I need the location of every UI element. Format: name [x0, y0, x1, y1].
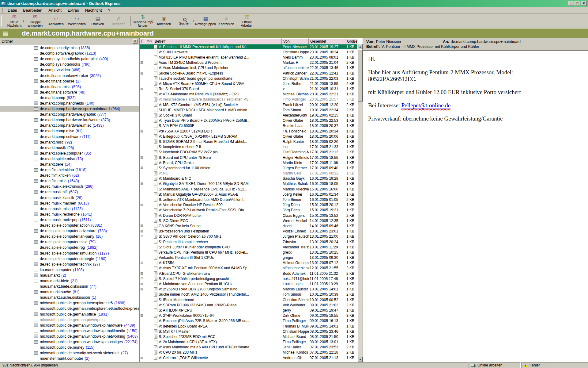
message-row[interactable]: S: iBook MotherboardChristian Schmitz10.…: [140, 297, 357, 302]
sidebar-item-newsgroup[interactable]: microsoft.public.de.german.windowsxp.net…: [0, 334, 139, 339]
sidebar-item-newsgroup[interactable]: maus.markt(2): [0, 273, 139, 278]
sidebar-item-newsgroup[interactable]: de.rec.musik.hifi(587): [0, 189, 139, 195]
sidebar-item-newsgroup[interactable]: de.markt.spiele.computer(85): [0, 151, 139, 156]
sidebar-item-newsgroup[interactable]: de.rec.spiele.computer.technik(27): [0, 262, 139, 267]
sidebar-item-newsgroup[interactable]: de.comp.security.misc(1835): [0, 45, 139, 51]
attachment-column-header[interactable]: [140, 38, 145, 44]
sidebar-item-newsgroup[interactable]: ka.markt.computer(1103): [0, 267, 139, 273]
sidebar-item-newsgroup[interactable]: de.rec.spiele.computer.adventure(738): [0, 228, 139, 234]
sidebar-item-newsgroup[interactable]: de.rec.musik.machen(6613): [0, 201, 139, 206]
chevron-down-icon[interactable]: ▼: [151, 19, 153, 23]
sidebar-item-newsgroup[interactable]: maus.markt.biete.diskussion(77): [0, 284, 139, 289]
message-row[interactable]: S: Speicher 2*32MB EDO mit ECCMichael Br…: [140, 334, 357, 339]
adressen-button[interactable]: ▣Adressen: [153, 14, 174, 28]
menu-item-bearbeiten[interactable]: Bearbeiten: [20, 7, 45, 13]
message-row[interactable]: V:K7S5A XP 2200+ 512MB DDRTh. Hönscheid1…: [140, 128, 357, 134]
message-row[interactable]: V:Board,CPU, Grafikkarten uswBodo Adamek…: [140, 271, 357, 276]
message-row[interactable]: S: Pentium III komplet rechnerZdravko13.…: [140, 239, 357, 244]
vertical-scrollbar[interactable]: ▲ ▼: [357, 44, 363, 362]
weiterleiten-button[interactable]: ↪Weiterleiten: [66, 14, 87, 28]
menu-item-ansicht[interactable]: Ansicht: [45, 7, 65, 13]
menu-grip[interactable]: [2, 8, 3, 13]
message-row[interactable]: S: 512MB SDRAM 2-5 mal Raum Frankfurt /M…: [140, 139, 357, 144]
message-row[interactable]: V: Mainboard & NICSascha Gayk16.01.2005 …: [140, 176, 357, 181]
message-row[interactable]: V: Verschenke Drucker HP Deskjet 600Jörg…: [140, 202, 357, 208]
message-row[interactable]: B:Prozessoren und FestplattenPolizei Ein…: [140, 229, 357, 234]
message-row[interactable]: V: Asus TX97-XE mit Pentium 200MMX und 6…: [140, 266, 357, 271]
sidebar-item-newsgroup[interactable]: de.markt.comp.hardware.misc(1433): [0, 123, 139, 128]
message-row[interactable]: S: Slot1 Lüfter / Kühler oder komplette …: [140, 244, 357, 250]
message-row[interactable]: Suche Sockel-A Board mit PCI-ExpressPatr…: [140, 71, 357, 76]
sidebar-item-newsgroup[interactable]: de.markt.comp.hardware.cpu+mainboard(964…: [0, 106, 139, 112]
email-link[interactable]: Pellepet@t-online.de: [401, 102, 450, 109]
message-row[interactable]: V: NCMartin Geis17.01.2005 08:321 KB: [140, 171, 357, 176]
sidebar-item-newsgroup[interactable]: de.comp.sys.handhelds.palm-pilot(403): [0, 56, 139, 62]
minimize-button[interactable]: ─: [568, 1, 574, 6]
sidebar-item-newsgroup[interactable]: de.rec.spiele.computer.rpg(1882): [0, 245, 139, 250]
menu-item-nachricht[interactable]: Nachricht: [82, 7, 105, 13]
sidebar-item-newsgroup[interactable]: microsoft.public.de.german.powerpoint: [0, 317, 139, 323]
message-row[interactable]: S: Notebook EDO-RAM 5V 2x72 pinOlaf Oder…: [140, 150, 357, 155]
close-folder-pane-icon[interactable]: ×: [133, 39, 138, 44]
message-row[interactable]: S: SO-Dimm ECCWerner Heckel14.01.2005 12…: [140, 218, 357, 223]
message-row[interactable]: MSI 815 EP PRO Laufwerke erkannt, aber w…: [140, 55, 357, 60]
message-row[interactable]: V: Mainboard von Asus und Pentium III 1G…: [140, 281, 357, 286]
sidebar-item-newsgroup[interactable]: de.rec.musik.recherche(1641): [0, 212, 139, 217]
message-row[interactable]: V: ATX-Mainboard mit Pentium II (333Mhz)…: [140, 92, 357, 97]
sent-column-header[interactable]: Gesendet: [309, 38, 345, 44]
error-status[interactable]: Fehler: [521, 362, 588, 368]
watch-column-header[interactable]: [145, 38, 153, 44]
sidebar-item-newsgroup[interactable]: microsoft.public.de.german.inetexplorer.…: [0, 300, 139, 306]
message-row[interactable]: S: ATHLON XP CPUgerry09.01.2005 19:471 K…: [140, 308, 357, 313]
message-row[interactable]: V: Board, CPU GrakaMartin Klein17.01.200…: [140, 160, 357, 165]
message-row[interactable]: V: Elitegroup K7S5A_ XP2400+ 512MB SDRAM…: [140, 134, 357, 139]
offline-arbeiten-button[interactable]: ▥Offline Arbeiten: [237, 14, 258, 28]
sidebar-item-newsgroup[interactable]: de.markt.spiele.misc(13): [0, 156, 139, 162]
subject-column-header[interactable]: Betreff: [153, 38, 282, 44]
sidebar-item-newsgroup[interactable]: de.rec.spiele.computer.lan-party(16): [0, 234, 139, 239]
antworten-button[interactable]: ↩Antworten: [46, 14, 66, 28]
sidebar-item-newsgroup[interactable]: microsoft.public.de.security.netzwerk.si…: [0, 350, 139, 356]
message-row[interactable]: Asus TM 234LC Motherboard ProblemMarkus …: [140, 60, 357, 65]
sidebar-item-newsgroup[interactable]: de.markt.comp(932): [0, 95, 139, 101]
neue-nachricht-button[interactable]: ✉Neue Nachricht▼: [4, 14, 25, 28]
sidebar-item-newsgroup[interactable]: de.etc.finanz.boerse(2): [0, 79, 139, 84]
sidebar-item-newsgroup[interactable]: de.rec.musik.rock+pop(1511): [0, 217, 139, 223]
sidebar-item-newsgroup[interactable]: de.etc.finanz.banken+broker(3025): [0, 73, 139, 78]
sidebar-item-newsgroup[interactable]: microsoft.public.de.german.inetexplorer.…: [0, 306, 139, 311]
message-row[interactable]: V: Micro ATX Board + 500MHz CPU + Sound …: [140, 81, 357, 86]
message-row[interactable]: S: Systemboard fur 1100 AthlonJürgen Bre…: [140, 165, 357, 171]
maximize-button[interactable]: □: [575, 1, 580, 6]
message-row[interactable]: V: Duron DDR-RAM LüfterClaas Eggers15.01…: [140, 213, 357, 218]
sidebar-item-newsgroup[interactable]: muenster.markt.computer(2): [0, 356, 139, 361]
gruppe-antworten-button[interactable]: ✉Gruppe antworten: [25, 14, 46, 28]
message-row[interactable]: Verkaufe: Pentium III Slot 1 CPUsgregor1…: [140, 255, 357, 260]
sidebar-item-newsgroup[interactable]: de.markt.comp.software(111): [0, 134, 139, 140]
message-row[interactable]: V: verschiedene Hardware (Mainboards Fes…: [140, 97, 357, 102]
sidebar-item-newsgroup[interactable]: de.rec.spiele.computer.action(8381): [0, 223, 139, 228]
message-row[interactable]: V: CPU 20 bis 233 MHzMichael Kordos07.01…: [140, 350, 357, 355]
sidebar-item-newsgroup[interactable]: de.rec.film.kritiken(62): [0, 173, 139, 178]
sidebar-item-newsgroup[interactable]: de.markt.comp.handhelds(140): [0, 101, 139, 106]
folder-bar[interactable]: de.markt.comp.hardware.cpu+mainboard: [0, 28, 588, 38]
kopfzeilen-button[interactable]: ≡Kopfzeilen: [216, 14, 237, 28]
sidebar-item-newsgroup[interactable]: de.etc.finanz.software(48): [0, 90, 139, 95]
sidebar-item-newsgroup[interactable]: de.rec.musik.klassik(29): [0, 195, 139, 201]
message-row[interactable]: Suche immer noch: AMD 1400 Prozessor (Th…: [140, 292, 357, 297]
close-button[interactable]: ×: [581, 1, 587, 6]
sidebar-item-newsgroup[interactable]: de.rec.musik.misc(1123): [0, 206, 139, 212]
scrollbar-thumb[interactable]: [358, 49, 363, 102]
sidebar-item-newsgroup[interactable]: de.comp.tv+video(488): [0, 67, 139, 73]
from-column-header[interactable]: Von: [282, 38, 309, 44]
size-column-header[interactable]: Größe: [345, 38, 357, 44]
sidebar-item-newsgroup[interactable]: de.rec.spiele.computer.simulation(1127): [0, 250, 139, 256]
sidebar-item-newsgroup[interactable]: de.markt.misc(92): [0, 140, 139, 145]
sidebar-item-newsgroup[interactable]: maus.markt.suche.diskussion(1): [0, 295, 139, 300]
chevron-down-icon[interactable]: ▼: [193, 19, 195, 23]
message-row[interactable]: Re: S: Sockel 370 Board>21.01.2005 10:31…: [140, 86, 357, 92]
sidebar-item-newsgroup[interactable]: de.rec.film.misc(1543): [0, 178, 139, 184]
sidebar-item-newsgroup[interactable]: de.rec.spiele.computer.misc(79): [0, 239, 139, 245]
sidebar-item-newsgroup[interactable]: de.rec.musik.elektronisch(286): [0, 184, 139, 189]
message-row[interactable]: B: Manual Gigabyte GA-BX2000+ u. Asus P5…: [140, 192, 357, 197]
sidebar-item-newsgroup[interactable]: de.etc.finanz.misc(508): [0, 84, 139, 90]
